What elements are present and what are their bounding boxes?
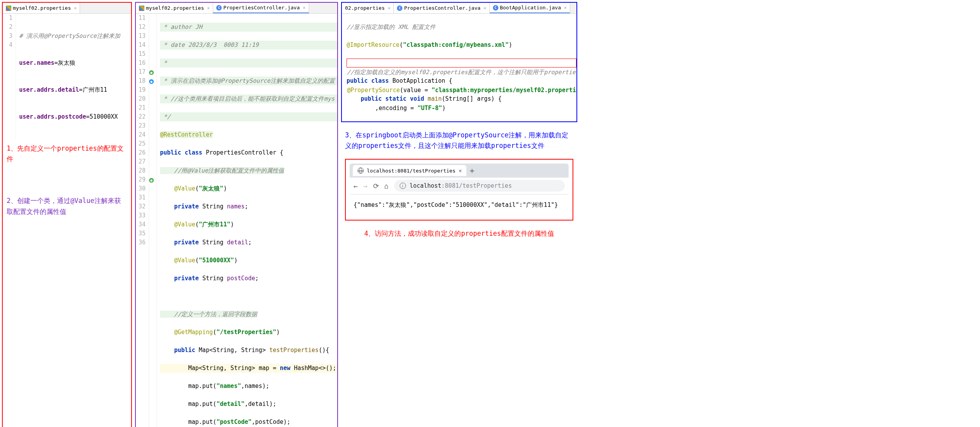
line-gutter: 1112131415161718192021222324252627282930… [136,14,149,427]
reload-icon[interactable]: ⟳ [373,182,379,190]
tab-bootapplication[interactable]: C BootApplication.java ✕ [490,3,570,13]
home-icon[interactable]: ⌂ [384,182,389,190]
tab-label: PropertiesController.java [404,5,480,11]
panel-bootapp: 02.properties ✕ C PropertiesController.j… [341,2,577,122]
back-icon[interactable]: ← [354,182,358,190]
line-gutter: 1 2 3 4 [3,14,16,139]
address-path: :8081/testProperties [441,182,512,189]
new-tab-button[interactable]: + [470,166,474,175]
tab-bar: myself02.properties ✕ [3,3,131,14]
tab-propertiescontroller[interactable]: C PropertiesController.java ✕ [394,3,489,13]
address-host: localhost [410,182,441,189]
close-icon[interactable]: ✕ [564,5,567,10]
properties-file-icon [139,5,144,11]
close-icon[interactable]: ✕ [459,167,462,174]
close-icon[interactable]: ✕ [207,5,210,11]
browser-panel: localhost:8081/testProperties ✕ + ← → ⟳ … [345,159,573,221]
code-area[interactable]: # 演示用@PropertySource注解来加 user.names=灰太狼 … [16,14,131,139]
browser-tabbar: localhost:8081/testProperties ✕ + [350,164,569,178]
annotation-4: 4、访问方法，成功读取自定义的properties配置文件的属性值 [341,224,577,243]
tab-label: myself02.properties [13,5,71,11]
panel-properties: myself02.properties ✕ 1 2 3 4 # 演示用@Prop… [2,2,132,427]
spring-bean-icon[interactable]: ● [149,70,154,75]
tab-label: 02.properties [345,5,385,11]
tab-label: BootApplication.java [500,5,561,11]
forward-icon[interactable]: → [363,182,368,190]
tab-myself02[interactable]: myself02.properties ✕ [3,3,80,13]
tab-myself02[interactable]: myself02.properties ✕ [136,3,213,13]
java-file-icon: C [493,5,498,11]
endpoint-icon[interactable]: ● [149,178,154,183]
tab-propertiescontroller[interactable]: C PropertiesController.java ✕ [213,3,309,13]
editor-properties[interactable]: 1 2 3 4 # 演示用@PropertySource注解来加 user.na… [3,14,131,139]
close-icon[interactable]: ✕ [74,5,77,11]
tab-label: myself02.properties [146,5,204,11]
address-bar[interactable]: i localhost:8081/testProperties [394,180,565,192]
site-info-icon[interactable]: i [400,183,406,189]
java-file-icon: C [397,5,402,11]
properties-file-icon [6,5,11,11]
close-icon[interactable]: ✕ [484,5,486,11]
class-icon[interactable]: ● [149,79,154,84]
globe-icon [357,167,364,174]
close-icon[interactable]: ✕ [303,5,306,10]
browser-tab[interactable]: localhost:8081/testProperties ✕ [353,165,466,176]
editor-bootapp[interactable]: //显示指定加载的 XML 配置文件 @ImportResource("clas… [342,14,576,121]
marker-gutter: ● ● ● [149,14,157,427]
tab-label: PropertiesController.java [223,5,300,11]
tab-bar: 02.properties ✕ C PropertiesController.j… [342,3,576,14]
java-file-icon: C [216,5,222,11]
annotation-3: 3、在springboot启动类上面添加@PropertySource注解，用来… [341,126,577,155]
annotation-2: 2、创建一个类，通过@Value注解来获取配置文件的属性值 [3,192,131,221]
code-area[interactable]: * author JH * date 2023/8/3 0003 11:19 *… [157,14,337,427]
code-area[interactable]: //显示指定加载的 XML 配置文件 @ImportResource("clas… [342,14,576,121]
annotation-1: 1、先自定义一个properties的配置文件 [3,139,131,168]
tab-bar: myself02.properties ✕ C PropertiesContro… [136,3,337,14]
browser-toolbar: ← → ⟳ ⌂ i localhost:8081/testProperties [350,178,569,194]
editor-java[interactable]: 1112131415161718192021222324252627282930… [136,14,337,427]
browser-content: {"names":"灰太狼","postCode":"510000XX","de… [350,194,569,216]
browser-tab-title: localhost:8081/testProperties [367,168,455,174]
panel-right: 02.properties ✕ C PropertiesController.j… [341,2,577,427]
tab-02properties[interactable]: 02.properties ✕ [342,3,394,13]
panel-controller: myself02.properties ✕ C PropertiesContro… [135,2,338,427]
close-icon[interactable]: ✕ [388,5,391,11]
